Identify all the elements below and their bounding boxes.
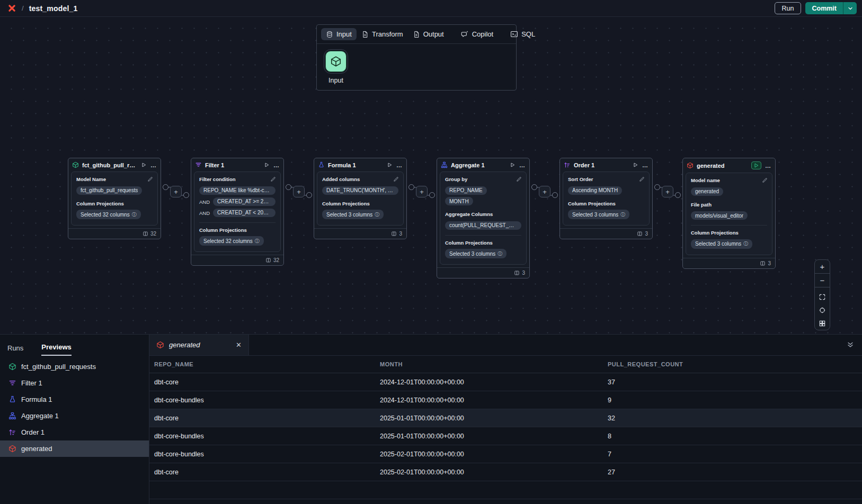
edit-icon[interactable]	[762, 177, 768, 183]
zoom-in-button[interactable]: +	[815, 260, 830, 273]
zoom-out-button[interactable]: −	[815, 274, 830, 287]
dbt-logo-icon[interactable]	[7, 4, 16, 13]
input-node-tile[interactable]	[325, 51, 346, 72]
edit-icon[interactable]	[147, 176, 153, 182]
node-order-1[interactable]: Order 1 … Sort Order Ascending MONTH Col…	[559, 158, 653, 239]
more-icon[interactable]: …	[396, 164, 403, 167]
column-header-pull-request-count[interactable]: PULL_REQUEST_COUNT	[608, 361, 862, 367]
palette-tab-sql[interactable]: SQL	[505, 28, 540, 40]
play-node-icon-active[interactable]	[751, 161, 761, 169]
more-icon[interactable]: …	[150, 164, 157, 167]
palette-tab-copilot[interactable]: Copilot	[456, 28, 498, 40]
palette-tab-transform[interactable]: Transform	[357, 28, 408, 40]
input-port[interactable]	[675, 192, 681, 198]
cell-month: 2024-12-01T00:00:00+00:00	[380, 379, 608, 386]
condition-chip: REPO_NAME like %dbt-core%	[199, 186, 276, 195]
node-header[interactable]: fct_github_pull_requests …	[68, 158, 161, 171]
input-port[interactable]	[429, 192, 435, 198]
add-node-button[interactable]: +	[662, 186, 673, 197]
column-header-repo-name[interactable]: REPO_NAME	[149, 361, 380, 367]
input-node-palette-item[interactable]: Input	[324, 51, 348, 84]
input-port[interactable]	[552, 192, 558, 198]
node-header[interactable]: Aggregate 1 …	[437, 158, 529, 171]
output-port[interactable]	[286, 184, 291, 190]
node-header[interactable]: Formula 1 …	[314, 158, 406, 171]
edit-icon[interactable]	[393, 176, 399, 182]
table-row[interactable]: dbt-core 2024-12-01T00:00:00+00:00 37	[149, 373, 862, 391]
add-node-button[interactable]: +	[293, 186, 305, 197]
table-row[interactable]: dbt-core-bundles 2025-01-01T00:00:00+00:…	[149, 427, 862, 445]
palette-tab-output[interactable]: Output	[408, 28, 449, 40]
minimap-button[interactable]	[815, 317, 830, 330]
more-icon[interactable]: …	[765, 164, 771, 167]
table-row-highlighted[interactable]: dbt-core 2025-01-01T00:00:00+00:00 32	[149, 409, 862, 427]
node-filter-1[interactable]: Filter 1 … Filter condition REPO_NAME li…	[191, 158, 284, 266]
cell-repo: dbt-core-bundles	[149, 397, 380, 404]
projections-chip[interactable]: Selected 3 columnsⓘ	[568, 210, 629, 219]
node-body[interactable]: Added columns DATE_TRUNC('MONTH', CREATE…	[317, 172, 404, 226]
collapse-panel-button[interactable]	[846, 340, 855, 349]
locate-button[interactable]	[815, 303, 830, 317]
projections-chip[interactable]: Selected 32 columnsⓘ	[199, 236, 264, 246]
more-icon[interactable]: …	[519, 164, 526, 167]
node-body[interactable]: Filter condition REPO_NAME like %dbt-cor…	[194, 172, 281, 252]
play-node-icon[interactable]	[510, 162, 516, 168]
node-body[interactable]: Model name generated File path models/vi…	[686, 173, 772, 255]
tab-runs[interactable]: Runs	[7, 344, 23, 356]
column-header-month[interactable]: MONTH	[380, 361, 608, 367]
close-icon[interactable]: ✕	[236, 341, 242, 349]
run-button[interactable]: Run	[775, 2, 802, 14]
output-port[interactable]	[654, 184, 660, 190]
play-node-icon[interactable]	[141, 162, 147, 168]
field-label: Column Projections	[445, 240, 521, 246]
output-port[interactable]	[163, 184, 168, 190]
list-item-aggregate-1[interactable]: Aggregate 1	[0, 408, 149, 424]
node-header[interactable]: generated …	[683, 158, 775, 172]
list-item-formula-1[interactable]: Formula 1	[0, 391, 149, 408]
fit-view-button[interactable]	[815, 290, 830, 303]
node-formula-1[interactable]: Formula 1 … Added columns DATE_TRUNC('MO…	[314, 158, 407, 239]
node-header[interactable]: Filter 1 …	[191, 158, 283, 171]
table-row[interactable]: dbt-core-bundles 2024-12-01T00:00:00+00:…	[149, 391, 862, 409]
table-row[interactable]: dbt-core 2025-02-01T00:00:00+00:00 27	[149, 463, 862, 481]
node-body[interactable]: Sort Order Ascending MONTH Column Projec…	[563, 172, 650, 226]
list-item-fct-github-pull-requests[interactable]: fct_github_pull_requests	[0, 358, 149, 375]
play-node-icon[interactable]	[264, 162, 270, 168]
node-header[interactable]: Order 1 …	[560, 158, 652, 171]
list-item-filter-1[interactable]: Filter 1	[0, 375, 149, 391]
node-generated[interactable]: generated … Model name generated File pa…	[682, 158, 776, 269]
add-node-button[interactable]: +	[170, 186, 182, 197]
play-node-icon[interactable]	[633, 162, 638, 168]
column-count: 3	[522, 270, 525, 276]
add-node-button[interactable]: +	[539, 186, 550, 197]
list-item-generated[interactable]: generated	[0, 440, 149, 457]
node-body[interactable]: Group by REPO_NAME MONTH Aggregate Colum…	[440, 172, 527, 265]
more-icon[interactable]: …	[273, 164, 280, 167]
output-port[interactable]	[408, 184, 414, 190]
play-node-icon[interactable]	[387, 162, 393, 168]
edit-icon[interactable]	[516, 176, 522, 182]
edit-icon[interactable]	[270, 176, 276, 182]
add-node-button[interactable]: +	[416, 186, 428, 197]
commit-dropdown-button[interactable]	[843, 2, 857, 14]
palette-tab-input[interactable]: Input	[321, 28, 357, 40]
node-body[interactable]: Model Name fct_github_pull_requests Colu…	[71, 172, 158, 226]
node-aggregate-1[interactable]: Aggregate 1 … Group by REPO_NAME MONTH A…	[437, 158, 530, 278]
preview-tab-generated[interactable]: generated ✕	[149, 335, 249, 355]
projections-chip[interactable]: Selected 3 columnsⓘ	[445, 249, 506, 258]
table-row[interactable]: dbt-core-bundles 2025-02-01T00:00:00+00:…	[149, 445, 862, 463]
input-port[interactable]	[183, 192, 189, 198]
tab-previews[interactable]: Previews	[41, 343, 71, 356]
node-list: fct_github_pull_requests Filter 1 Formul…	[0, 356, 149, 457]
dag-canvas[interactable]: Input Transform Output	[0, 17, 862, 335]
more-icon[interactable]: …	[642, 164, 648, 167]
input-port[interactable]	[306, 192, 312, 198]
projections-chip[interactable]: Selected 3 columnsⓘ	[691, 239, 752, 249]
node-fct-github-pull-requests[interactable]: fct_github_pull_requests … Model Name fc…	[68, 158, 161, 239]
list-item-order-1[interactable]: Order 1	[0, 424, 149, 440]
commit-button[interactable]: Commit	[805, 2, 843, 14]
projections-chip[interactable]: Selected 32 columnsⓘ	[76, 210, 141, 219]
output-port[interactable]	[531, 184, 537, 190]
edit-icon[interactable]	[639, 176, 645, 182]
projections-chip[interactable]: Selected 3 columnsⓘ	[322, 210, 384, 219]
